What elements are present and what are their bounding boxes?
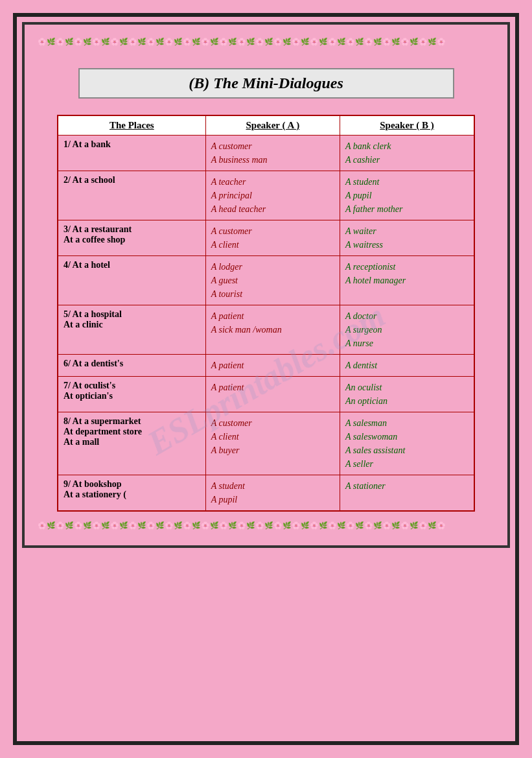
- place-cell: 7/ At oculist's At optician's: [58, 377, 205, 412]
- outer-border: 🌸🌿🌸🌿🌸🌿🌸🌿🌸🌿🌸🌿🌸🌿🌸🌿🌸🌿🌸🌿🌸🌿🌸🌿🌸🌿🌸🌿🌸🌿🌸🌿🌸🌿🌸🌿🌸🌿🌸🌿…: [13, 13, 519, 745]
- place-cell: 4/ At a hotel: [58, 256, 205, 305]
- speaker-a-item: A teacher: [211, 175, 334, 189]
- place-cell: 6/ At a dentist's: [58, 355, 205, 377]
- place-cell: 5/ At a hospital At a clinic: [58, 305, 205, 355]
- speaker-b-item: A waiter: [345, 224, 468, 238]
- speaker-b-item: A cashier: [345, 153, 468, 167]
- speaker-a-cell: A studentA pupil: [205, 475, 340, 512]
- speaker-a-cell: A customerA client: [205, 220, 340, 256]
- col3-header: Speaker ( B ): [340, 115, 474, 136]
- speaker-a-cell: A lodgerA guestA tourist: [205, 256, 340, 305]
- speaker-b-item: An optician: [345, 394, 468, 408]
- speaker-b-cell: An oculistAn optician: [340, 377, 474, 412]
- speaker-b-item: A salesman: [345, 416, 468, 430]
- place-cell: 2/ At a school: [58, 171, 205, 220]
- speaker-a-item: A patient: [211, 381, 334, 394]
- table-row: 7/ At oculist's At optician'sA patientAn…: [58, 377, 474, 412]
- place-cell: 8/ At a supermarket At department store …: [58, 412, 205, 475]
- title-box: (B) The Mini-Dialogues: [78, 68, 454, 99]
- table-header-row: The Places Speaker ( A ) Speaker ( B ): [58, 115, 474, 136]
- speaker-a-cell: A customerA business man: [205, 136, 340, 171]
- speaker-b-item: A bank clerk: [345, 139, 468, 153]
- table-row: 2/ At a schoolA teacherA principalA head…: [58, 171, 474, 220]
- speaker-a-cell: A customerA clientA buyer: [205, 412, 340, 475]
- table-row: 8/ At a supermarket At department store …: [58, 412, 474, 475]
- floral-strip-top: 🌸🌿🌸🌿🌸🌿🌸🌿🌸🌿🌸🌿🌸🌿🌸🌿🌸🌿🌸🌿🌸🌿🌸🌿🌸🌿🌸🌿🌸🌿🌸🌿🌸🌿🌸🌿🌸🌿🌸🌿…: [38, 38, 446, 45]
- speaker-a-item: A patient: [211, 359, 334, 372]
- table-row: 6/ At a dentist'sA patientA dentist: [58, 355, 474, 377]
- speaker-a-item: A customer: [211, 416, 334, 430]
- col1-header: The Places: [58, 115, 205, 136]
- speaker-a-cell: A teacherA principalA head teacher: [205, 171, 340, 220]
- speaker-b-item: A hotel manager: [345, 274, 468, 287]
- table-row: 4/ At a hotelA lodgerA guestA touristA r…: [58, 256, 474, 305]
- floral-border: 🌸🌿🌸🌿🌸🌿🌸🌿🌸🌿🌸🌿🌸🌿🌸🌿🌸🌿🌸🌿🌸🌿🌸🌿🌸🌿🌸🌿🌸🌿🌸🌿🌸🌿🌸🌿🌸🌿🌸🌿…: [22, 22, 510, 548]
- place-cell: 9/ At bookshop At a stationery (: [58, 475, 205, 512]
- speaker-a-cell: A patient: [205, 355, 340, 377]
- place-cell: 1/ At a bank: [58, 136, 205, 171]
- speaker-b-item: A surgeon: [345, 323, 468, 337]
- floral-top: 🌸🌿🌸🌿🌸🌿🌸🌿🌸🌿🌸🌿🌸🌿🌸🌿🌸🌿🌸🌿🌸🌿🌸🌿🌸🌿🌸🌿🌸🌿🌸🌿🌸🌿🌸🌿🌸🌿🌸🌿…: [38, 34, 494, 49]
- speaker-a-item: A patient: [211, 309, 334, 323]
- speaker-a-item: A customer: [211, 139, 334, 153]
- speaker-a-item: A client: [211, 430, 334, 444]
- speaker-a-item: A head teacher: [211, 202, 334, 216]
- speaker-a-item: A sick man /woman: [211, 323, 334, 337]
- speaker-b-cell: A studentA pupilA father mother: [340, 171, 474, 220]
- speaker-b-item: A waitress: [345, 238, 468, 252]
- speaker-a-item: A buyer: [211, 444, 334, 457]
- speaker-a-item: A lodger: [211, 260, 334, 274]
- speaker-b-item: An oculist: [345, 381, 468, 394]
- speaker-a-item: A student: [211, 479, 334, 493]
- table-row: 9/ At bookshop At a stationery (A studen…: [58, 475, 474, 512]
- speaker-a-item: A guest: [211, 274, 334, 287]
- speaker-b-cell: A stationer: [340, 475, 474, 512]
- speaker-b-item: A father mother: [345, 202, 468, 216]
- speaker-a-cell: A patient: [205, 377, 340, 412]
- speaker-b-cell: A dentist: [340, 355, 474, 377]
- speaker-b-item: A doctor: [345, 309, 468, 323]
- main-table: The Places Speaker ( A ) Speaker ( B ) 1…: [57, 115, 475, 512]
- speaker-a-item: A client: [211, 238, 334, 252]
- speaker-a-item: A principal: [211, 189, 334, 202]
- speaker-b-item: A pupil: [345, 189, 468, 202]
- table-row: 5/ At a hospital At a clinicA patientA s…: [58, 305, 474, 355]
- speaker-b-item: A dentist: [345, 359, 468, 372]
- speaker-a-item: A customer: [211, 224, 334, 238]
- speaker-b-item: A receptionist: [345, 260, 468, 274]
- content-area: (B) The Mini-Dialogues The Places Speake…: [38, 49, 494, 518]
- speaker-b-cell: A salesmanA saleswomanA sales assistantA…: [340, 412, 474, 475]
- page-title: (B) The Mini-Dialogues: [93, 75, 440, 92]
- table-row: 3/ At a restaurant At a coffee shopA cus…: [58, 220, 474, 256]
- place-cell: 3/ At a restaurant At a coffee shop: [58, 220, 205, 256]
- floral-strip-bottom: 🌸🌿🌸🌿🌸🌿🌸🌿🌸🌿🌸🌿🌸🌿🌸🌿🌸🌿🌸🌿🌸🌿🌸🌿🌸🌿🌸🌿🌸🌿🌸🌿🌸🌿🌸🌿🌸🌿🌸🌿…: [38, 521, 446, 529]
- speaker-b-item: A saleswoman: [345, 430, 468, 444]
- speaker-a-item: A tourist: [211, 287, 334, 301]
- speaker-b-cell: A bank clerkA cashier: [340, 136, 474, 171]
- speaker-a-item: A business man: [211, 153, 334, 167]
- speaker-a-item: A pupil: [211, 493, 334, 506]
- speaker-b-cell: A doctorA surgeonA nurse: [340, 305, 474, 355]
- col2-header: Speaker ( A ): [205, 115, 340, 136]
- speaker-b-cell: A receptionistA hotel manager: [340, 256, 474, 305]
- speaker-b-item: A stationer: [345, 479, 468, 493]
- speaker-b-item: A sales assistant: [345, 444, 468, 457]
- table-row: 1/ At a bankA customerA business manA ba…: [58, 136, 474, 171]
- speaker-b-item: A nurse: [345, 337, 468, 350]
- speaker-b-item: A student: [345, 175, 468, 189]
- speaker-b-cell: A waiterA waitress: [340, 220, 474, 256]
- speaker-a-cell: A patientA sick man /woman: [205, 305, 340, 355]
- floral-bottom: 🌸🌿🌸🌿🌸🌿🌸🌿🌸🌿🌸🌿🌸🌿🌸🌿🌸🌿🌸🌿🌸🌿🌸🌿🌸🌿🌸🌿🌸🌿🌸🌿🌸🌿🌸🌿🌸🌿🌸🌿…: [38, 518, 494, 532]
- speaker-b-item: A seller: [345, 457, 468, 471]
